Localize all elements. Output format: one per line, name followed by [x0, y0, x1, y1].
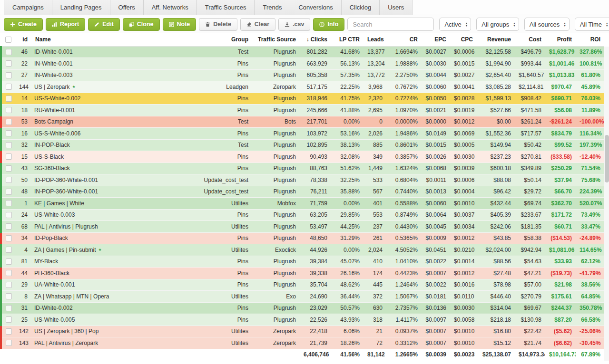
table-row[interactable]: 53Bots CampaignTestBots217,7010.00%00.00… — [1, 116, 604, 128]
table-row[interactable]: 34ID-Pop-BlackPinsPlugrush48,65031.29%26… — [1, 232, 604, 244]
column-header-cr[interactable]: CR — [386, 33, 422, 46]
row-checkbox[interactable] — [6, 130, 12, 136]
table-row[interactable]: 46ID-White-0.001TestPlugrush801,28241.68… — [1, 46, 604, 58]
clone-button[interactable]: Clone — [123, 18, 160, 31]
column-header-epc[interactable]: EPC — [422, 33, 450, 46]
select-active[interactable]: Active▴▾ — [439, 18, 471, 31]
column-header-group[interactable]: Group — [188, 33, 252, 46]
table-row[interactable]: 68PAL | Antivirus | PlugrushUtilitesPlug… — [1, 221, 604, 233]
table-row[interactable]: 81MY-BlackPinsPlugrush39,38445.07%4101.0… — [1, 256, 604, 268]
table-row[interactable]: 24US-White-0.003PinsPlugrush63,20529.85%… — [1, 209, 604, 221]
cell-leads: 13,377 — [363, 46, 386, 58]
select-all-sources[interactable]: All sources▴▾ — [524, 18, 570, 31]
row-checkbox[interactable] — [6, 212, 12, 218]
tab-campaigns[interactable]: Campaigns — [4, 0, 52, 15]
row-checkbox[interactable] — [6, 119, 12, 125]
column-header-checkbox[interactable] — [1, 33, 15, 46]
csv-button[interactable]: .csv — [278, 18, 310, 31]
table-row[interactable]: 14US-S-White-0.002PinsPlugrush318,94641.… — [1, 93, 604, 105]
tab-conversions[interactable]: Conversions — [290, 0, 341, 15]
column-header-cost[interactable]: Cost — [515, 33, 545, 46]
table-row[interactable]: 44PH-360-BlackPinsPlugrush39,33826.16%17… — [1, 268, 604, 279]
table-row[interactable]: 1KE | Games | WhiteUtilitesMobfox71,7590… — [1, 198, 604, 210]
row-checkbox[interactable] — [6, 340, 12, 346]
column-header-clicks[interactable]: ↓Clicks — [300, 33, 331, 46]
row-checkbox[interactable] — [6, 189, 12, 195]
select-all-time[interactable]: All Time▴▾ — [575, 18, 609, 31]
tab-clicklog[interactable]: Clicklog — [342, 0, 380, 15]
column-header-roi[interactable]: ROI — [576, 33, 604, 46]
table-row[interactable]: 27IN-White-0.003PinsPlugrush605,35857.35… — [1, 69, 604, 81]
table-row[interactable]: 31ID-White-0.002PinsPlugrush23,02950.57%… — [1, 302, 604, 314]
tab-trends[interactable]: Trends — [255, 0, 290, 15]
table-row[interactable]: 29UA-White-0.001PinsPlugrush35,70448.62%… — [1, 279, 604, 291]
row-checkbox[interactable] — [6, 270, 12, 276]
row-checkbox[interactable] — [6, 200, 12, 206]
row-checkbox[interactable] — [6, 305, 12, 311]
search-input[interactable] — [347, 18, 434, 31]
row-checkbox[interactable] — [6, 282, 12, 288]
row-checkbox[interactable] — [6, 60, 12, 67]
table-row[interactable]: 43SG-360-BlackPinsPlugrush88,76351.62%1,… — [1, 163, 604, 174]
create-button[interactable]: Create — [4, 18, 43, 31]
tab-traffic-sources[interactable]: Traffic Sources — [197, 0, 255, 15]
row-checkbox[interactable] — [6, 177, 12, 183]
table-row[interactable]: 25US-White-0.005PinsPlugrush22,52643.93%… — [1, 314, 604, 326]
table-row[interactable]: 144US | Zeropark★LeadgenZeropark517,1752… — [1, 81, 604, 93]
report-button[interactable]: Report — [46, 18, 85, 31]
column-header-name[interactable]: Name — [31, 33, 188, 46]
row-checkbox[interactable] — [6, 72, 12, 78]
tab-users[interactable]: Users — [380, 0, 413, 15]
table-row[interactable]: 142US | Zeropark | 360 | PopUtilitesZero… — [1, 326, 604, 337]
column-header-id[interactable]: id — [15, 33, 31, 46]
row-checkbox[interactable] — [6, 259, 12, 265]
scrollbar[interactable] — [604, 47, 609, 361]
column-header-profit[interactable]: Profit — [545, 33, 576, 46]
row-checkbox[interactable] — [6, 107, 12, 113]
row-checkbox[interactable] — [6, 153, 12, 160]
cell-clicks: 39,384 — [300, 256, 331, 268]
row-checkbox[interactable] — [6, 223, 12, 230]
row-checkbox[interactable] — [6, 235, 12, 241]
row-checkbox[interactable] — [6, 84, 12, 90]
cell-revenue: $96.42 — [477, 186, 515, 198]
scrollbar-thumb[interactable] — [605, 135, 609, 182]
table-row[interactable]: 15US-S-BlackPinsPlugrush90,49332.08%3490… — [1, 151, 604, 163]
cell-profit: $1,001.46 — [545, 58, 576, 70]
column-header-cpc[interactable]: CPC — [450, 33, 477, 46]
delete-button[interactable]: Delete — [199, 18, 237, 31]
tab-landing-pages[interactable]: Landing Pages — [52, 0, 110, 15]
row-checkbox[interactable] — [6, 293, 12, 299]
eraser-icon — [246, 22, 252, 27]
column-header-lp_ctr[interactable]: LP CTR — [331, 33, 363, 46]
table-row[interactable]: 8ZA | Whatsapp | MTN | OperaUtilitesExo2… — [1, 291, 604, 303]
info-button[interactable]: Info — [313, 18, 344, 31]
column-header-leads[interactable]: Leads — [363, 33, 386, 46]
note-button[interactable]: Note — [163, 18, 196, 31]
table-row[interactable]: 18RU-White-0.001PinsPlugrush245,66641.88… — [1, 105, 604, 116]
row-checkbox[interactable] — [6, 142, 12, 148]
row-checkbox[interactable] — [6, 165, 12, 172]
row-checkbox[interactable] — [6, 316, 12, 323]
select-all-checkbox[interactable] — [5, 37, 11, 43]
tab-aff-networks[interactable]: Aff. Networks — [144, 0, 197, 15]
clear-button[interactable]: Clear — [240, 18, 275, 31]
table-row[interactable]: 22IN-White-0.001PinsPlugrush663,92956.13… — [1, 58, 604, 70]
column-header-source[interactable]: Traffic Source — [252, 33, 300, 46]
table-row[interactable]: 143PAL | Antivirus | ZeroparkUtilitesZer… — [1, 337, 604, 349]
row-checkbox[interactable] — [6, 49, 12, 55]
tab-offers[interactable]: Offers — [110, 0, 144, 15]
column-header-revenue[interactable]: Revenue — [477, 33, 515, 46]
row-checkbox[interactable] — [6, 96, 12, 102]
table-row[interactable]: 48IN-POP-360-White-0.001Update_cost_test… — [1, 186, 604, 198]
table-row[interactable]: 16US-S-White-0.006PinsPlugrush103,97253.… — [1, 128, 604, 140]
edit-button[interactable]: Edit — [88, 18, 120, 31]
cell-name: UA-White-0.001 — [31, 279, 188, 291]
chart-icon — [52, 22, 57, 27]
select-all-groups[interactable]: All groups▴▾ — [476, 18, 519, 31]
table-row[interactable]: 32IN-POP-BlackTestPlugrush102,89538.13%8… — [1, 139, 604, 151]
table-row[interactable]: 4ZA | Games | Pin-submit★UtilitesExoclic… — [1, 244, 604, 256]
row-checkbox[interactable] — [6, 247, 12, 253]
table-row[interactable]: 50ID-POP-360-White-0.001Update_cost_test… — [1, 174, 604, 186]
row-checkbox[interactable] — [6, 328, 12, 335]
